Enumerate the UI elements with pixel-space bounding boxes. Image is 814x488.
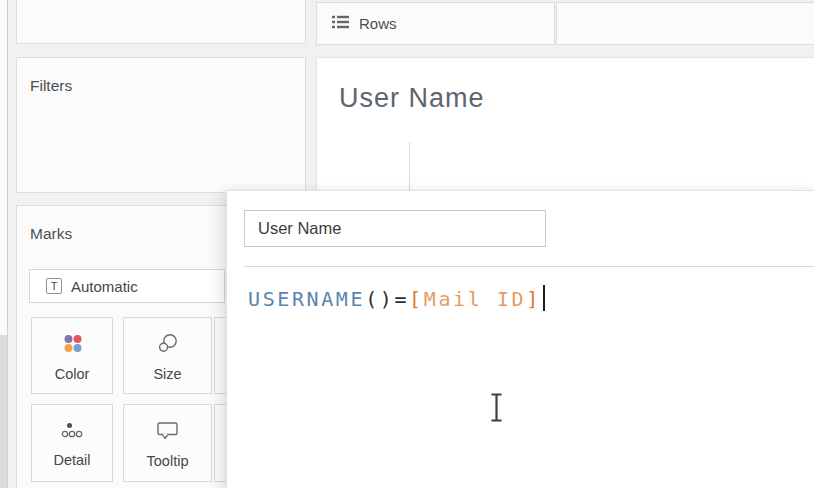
detail-icon	[61, 422, 83, 443]
rows-shelf-drop-area[interactable]	[556, 2, 814, 45]
dialog-separator	[244, 266, 814, 267]
text-mark-type-icon: T	[46, 278, 62, 294]
header-column-divider	[409, 142, 410, 191]
mark-type-label: Automatic	[71, 278, 138, 295]
tooltip-icon	[157, 422, 178, 444]
marks-card-title: Marks	[30, 225, 72, 243]
pages-card	[16, 0, 306, 44]
formula-operator-token: =	[394, 287, 409, 311]
tableau-workspace: Filters Marks T Automatic Color	[0, 0, 814, 488]
size-button[interactable]: Size	[123, 317, 212, 394]
formula-editor[interactable]: USERNAME()=[Mail ID]	[248, 285, 545, 313]
filters-card-title: Filters	[30, 77, 72, 95]
formula-function-token: USERNAME	[248, 287, 365, 311]
calculation-editor-dialog: User Name USERNAME()=[Mail ID]	[226, 190, 814, 488]
detail-button[interactable]: Detail	[31, 404, 113, 482]
pane-scrollbar-edge[interactable]	[0, 335, 7, 488]
size-icon	[158, 333, 178, 357]
rows-list-icon	[332, 15, 349, 33]
i-beam-cursor	[489, 393, 504, 426]
mark-type-dropdown[interactable]: T Automatic	[29, 269, 225, 303]
size-button-label: Size	[153, 366, 181, 382]
worksheet-title: User Name	[339, 83, 485, 114]
tooltip-button-label: Tooltip	[147, 453, 189, 469]
pane-divider	[7, 0, 8, 488]
color-button-label: Color	[55, 366, 90, 382]
rows-shelf-label: Rows	[359, 15, 397, 32]
color-button[interactable]: Color	[31, 317, 113, 394]
formula-field-token: Mail ID	[424, 287, 527, 311]
detail-button-label: Detail	[53, 452, 90, 468]
color-icon	[63, 334, 82, 357]
calculation-name-input[interactable]: User Name	[244, 210, 546, 247]
formula-close-bracket-token: ]	[526, 287, 541, 311]
text-insertion-caret	[543, 285, 545, 311]
formula-parens-token: ()	[365, 287, 394, 311]
formula-open-bracket-token: [	[409, 287, 424, 311]
rows-shelf[interactable]: Rows	[316, 2, 555, 45]
tooltip-button[interactable]: Tooltip	[123, 404, 212, 482]
filters-card[interactable]: Filters	[16, 57, 306, 193]
